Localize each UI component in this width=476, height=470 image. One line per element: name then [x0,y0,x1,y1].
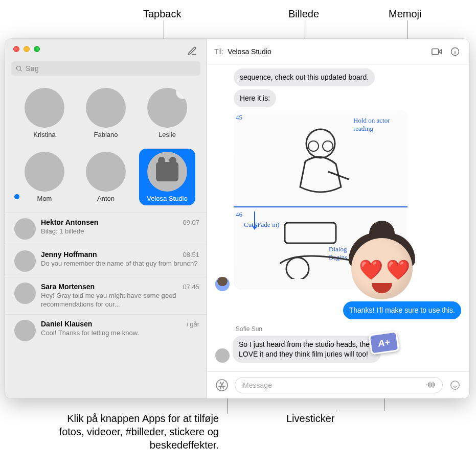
svg-rect-1 [432,49,439,54]
message-thread[interactable]: sequence, check out this updated board. … [207,64,469,371]
svg-point-7 [451,381,460,390]
avatar [86,88,126,128]
conversation-row[interactable]: Sara Mortensen 07.45 Hey! Gray told me y… [5,277,207,314]
message-incoming: So I just heard from the studio heads, t… [233,336,381,363]
projector-icon [156,162,178,181]
livesticker-a-plus[interactable]: A+ [368,331,399,355]
close-window-button[interactable] [13,46,19,52]
storyboard-scene-number: 45 [236,113,242,122]
callout-tapback: Tapback [143,7,182,20]
sidebar: Søg Kristina Fabiano Leslie [5,39,207,398]
memoji-sticker[interactable]: ❤️❤️ [341,218,423,299]
avatar [147,152,187,192]
pinned-item-velosa-studio[interactable]: Velosa Studio [139,149,195,205]
sender-name-label: Sofie Sun [236,325,461,333]
pinned-label: Leslie [158,131,176,138]
to-name: Velosa Studio [228,48,271,56]
conversation-row[interactable]: Hektor Antonsen 09.07 Bilag: 1 billede [5,213,207,245]
storyboard-divider [234,206,407,207]
emoji-button[interactable] [448,378,462,392]
callout-billede: Billede [288,7,319,20]
storyboard-scene-number: 46 [236,210,242,219]
pinned-item-leslie[interactable]: Leslie [139,85,195,142]
conversation-pane: Til: Velosa Studio sequence, check out t… [207,39,469,398]
sender-avatar [215,348,230,363]
pinned-label: Anton [97,195,115,202]
conversation-row[interactable]: Jenny Hoffmann 08.51 Do you remember the… [5,245,207,277]
pinned-label: Fabiano [94,131,118,138]
heart-eyes-icon: ❤️❤️ [359,258,413,281]
fullscreen-window-button[interactable] [34,46,40,52]
search-placeholder: Søg [26,64,39,73]
messages-window: Søg Kristina Fabiano Leslie [5,39,469,398]
callout-livesticker: Livesticker [286,412,334,425]
conversation-name: Daniel Klausen [41,320,92,328]
compose-button[interactable] [185,44,199,58]
pinned-item-anton[interactable]: Anton [78,149,134,205]
conversation-name: Jenny Hoffmann [41,250,97,258]
search-input[interactable]: Søg [11,61,200,76]
message-outgoing: Thanks! I'll make sure to use this. [343,301,461,319]
storyboard-figure-icon [264,121,367,202]
conversation-name: Sara Mortensen [41,283,95,291]
conversation-time: 09.07 [183,219,199,226]
callout-line [337,411,384,411]
conversation-preview: Cool! Thanks for letting me know. [41,329,199,338]
conversation-time: 08.51 [183,251,199,258]
storyboard-note: Cut (Fade in) [244,221,280,229]
window-controls [5,39,207,58]
arrow-down-icon [251,212,258,232]
sender-avatar [215,277,230,291]
avatar [14,320,36,341]
conversation-preview: Do you remember the name of that guy fro… [41,260,199,268]
pinned-label: Kristina [33,131,55,138]
conversation-header: Til: Velosa Studio [207,39,469,64]
callout-memoji: Memoji [389,7,421,20]
conversation-time: 07.45 [183,283,199,291]
message-input[interactable]: iMessage [235,377,443,393]
conversation-preview: Bilag: 1 billede [41,227,199,236]
audio-record-icon[interactable] [426,381,436,390]
conversation-time: i går [187,320,199,328]
pinned-label: Velosa Studio [147,195,188,202]
pinned-item-mom[interactable]: Mom [16,149,73,205]
avatar [147,88,187,128]
unread-indicator-icon [14,194,19,199]
appstore-icon [216,379,228,391]
message-incoming: sequence, check out this updated board. [234,68,375,86]
pinned-item-fabiano[interactable]: Fabiano [78,85,134,142]
apps-button[interactable] [214,378,230,393]
pinned-item-kristina[interactable]: Kristina [16,85,73,142]
callout-line [227,398,228,414]
avatar [86,152,126,192]
avatar [14,250,36,272]
svg-point-0 [16,66,20,70]
compose-bar: iMessage [207,371,469,398]
callout-apps: Klik på knappen Apps for at tilføje foto… [45,412,219,452]
conversation-row[interactable]: Daniel Klausen i går Cool! Thanks for le… [5,314,207,346]
avatar [14,218,36,240]
sticker-text: A+ [377,337,391,349]
avatar [14,283,36,304]
avatar [25,88,64,128]
info-button[interactable] [448,44,462,59]
conversation-name: Hektor Antonsen [41,218,98,226]
minimize-window-button[interactable] [24,46,30,52]
svg-rect-4 [285,223,336,243]
message-placeholder: iMessage [241,381,272,389]
pinned-label: Mom [37,195,52,202]
conversation-preview: Hey! Gray told me you might have some go… [41,292,199,309]
tapback-heart-icon [176,88,187,99]
pinned-conversations: Kristina Fabiano Leslie Mom [5,81,207,213]
avatar [25,152,64,192]
conversation-list: Hektor Antonsen 09.07 Bilag: 1 billede J… [5,213,207,398]
svg-point-5 [286,257,309,279]
svg-point-3 [306,129,335,158]
search-icon [15,65,22,72]
message-incoming: Here it is: [234,89,276,107]
to-label: Til: [214,48,223,56]
facetime-button[interactable] [429,44,444,59]
